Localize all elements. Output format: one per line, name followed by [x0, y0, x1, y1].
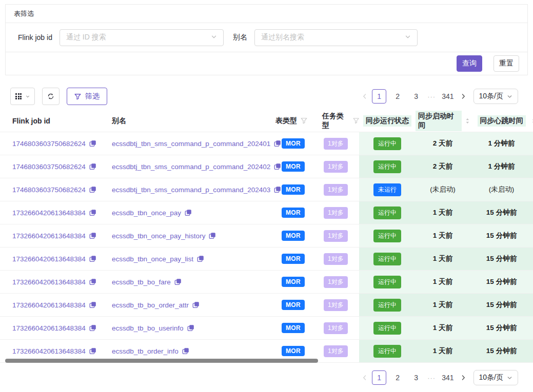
page-button-3[interactable]: 3 — [409, 89, 423, 104]
alias-link[interactable]: ecssdb_tbn_once_pay_history — [112, 232, 205, 240]
job-id-link[interactable]: 1746803603750682624 — [12, 140, 86, 148]
page-size-select[interactable]: 10条/页 — [473, 89, 518, 104]
job-id-link[interactable]: 1746803603750682624 — [12, 186, 86, 194]
task-type-badge: 1对多 — [324, 253, 348, 265]
copy-icon[interactable] — [89, 255, 96, 262]
chevron-right-icon — [460, 93, 466, 99]
toolbar-left: 筛选 — [10, 88, 107, 105]
page-button-last[interactable]: 341 — [440, 89, 456, 104]
sync-heartbeat-time: (未启动) — [470, 178, 533, 201]
next-page-button[interactable] — [460, 375, 466, 381]
table-row: 1732660420613648384 ecssdb_tbn_once_pay_… — [0, 247, 533, 271]
job-id-link[interactable]: 1732660420613648384 — [12, 278, 86, 286]
alias-select[interactable]: 通过别名搜索 — [254, 29, 418, 46]
job-id-link[interactable]: 1732660420613648384 — [12, 347, 86, 355]
copy-icon[interactable] — [89, 324, 96, 332]
flink-job-id-placeholder: 通过 ID 搜索 — [66, 33, 106, 42]
copy-icon[interactable] — [197, 255, 204, 262]
scrollbar-thumb[interactable] — [5, 359, 318, 363]
sync-heartbeat-time: 15 分钟前 — [470, 201, 533, 224]
copy-icon[interactable] — [89, 301, 96, 308]
col-header-sync-start-time[interactable]: 同步启动时间 — [416, 110, 470, 132]
job-id-link[interactable]: 1732660420613648384 — [12, 324, 86, 332]
alias-link[interactable]: ecssdb_tb_order_info — [112, 347, 179, 355]
copy-icon[interactable] — [209, 232, 216, 239]
page-button-3[interactable]: 3 — [409, 370, 423, 385]
copy-icon[interactable] — [187, 324, 194, 332]
sorter-icon[interactable] — [465, 117, 470, 125]
alias-link[interactable]: ecssdb_tb_bo_fare — [112, 278, 171, 286]
job-id-link[interactable]: 1732660420613648384 — [12, 232, 86, 240]
copy-icon[interactable] — [182, 347, 189, 355]
copy-icon[interactable] — [192, 301, 200, 308]
alias-link[interactable]: ecssdb_tb_bo_order_attr — [112, 301, 189, 309]
filter-panel-title: 表筛选 — [6, 5, 527, 23]
flink-job-id-select[interactable]: 通过 ID 搜索 — [60, 29, 224, 46]
table-type-badge: MOR — [282, 138, 305, 149]
copy-icon[interactable] — [185, 209, 192, 216]
refresh-button[interactable] — [42, 88, 60, 105]
prev-page-button[interactable] — [362, 93, 368, 99]
table-row: 1746803603750682624 ecssdbtj_tbn_sms_com… — [0, 155, 533, 178]
alias-field: 别名 通过别名搜索 — [233, 29, 418, 46]
table-filter-panel: 表筛选 Flink job id 通过 ID 搜索 别名 通过别名搜索 查询 重… — [5, 4, 528, 75]
page-size-select[interactable]: 10条/页 — [473, 370, 518, 385]
query-button[interactable]: 查询 — [457, 55, 482, 72]
page-ellipsis[interactable]: ··· — [427, 374, 436, 382]
job-id-link[interactable]: 1732660420613648384 — [12, 209, 86, 217]
col-header-task-type-label: 任务类型 — [322, 112, 349, 130]
copy-icon[interactable] — [89, 209, 96, 216]
job-id-link[interactable]: 1746803603750682624 — [12, 163, 86, 171]
task-type-badge: 1对多 — [324, 322, 348, 334]
alias-placeholder: 通过别名搜索 — [261, 33, 304, 42]
sync-start-time: (未启动) — [416, 178, 470, 201]
status-badge: 运行中 — [373, 160, 401, 173]
copy-icon[interactable] — [174, 278, 182, 285]
task-type-badge: 1对多 — [324, 276, 348, 288]
col-header-sync-start-time-label: 同步启动时间 — [416, 111, 462, 131]
funnel-icon — [74, 93, 81, 100]
alias-link[interactable]: ecssdb_tbn_once_pay — [112, 209, 181, 217]
alias-link[interactable]: ecssdbtj_tbn_sms_command_p_command_20240… — [112, 186, 270, 194]
sync-heartbeat-time: 1 分钟前 — [470, 132, 533, 155]
sync-start-time: 1 天前 — [416, 224, 470, 247]
next-page-button[interactable] — [460, 93, 466, 99]
alias-link[interactable]: ecssdb_tbn_once_pay_list — [112, 255, 193, 263]
task-type-badge: 1对多 — [324, 184, 348, 196]
page-button-2[interactable]: 2 — [390, 370, 405, 385]
filter-funnel-icon[interactable] — [301, 117, 307, 124]
page-size-value: 10条/页 — [479, 92, 503, 101]
copy-icon[interactable] — [89, 278, 96, 285]
col-header-table-type-label: 表类型 — [275, 116, 297, 126]
prev-page-button[interactable] — [362, 375, 368, 381]
table-row: 1732660420613648384 ecssdb_tbn_once_pay … — [0, 201, 533, 224]
page-ellipsis[interactable]: ··· — [427, 93, 436, 100]
alias-link[interactable]: ecssdbtj_tbn_sms_command_p_command_20240… — [112, 140, 270, 148]
filter-funnel-icon[interactable] — [353, 117, 359, 124]
reset-button[interactable]: 重置 — [493, 55, 519, 72]
page-button-2[interactable]: 2 — [390, 89, 405, 104]
job-id-link[interactable]: 1732660420613648384 — [12, 301, 86, 309]
copy-icon[interactable] — [89, 186, 96, 193]
chevron-left-icon — [362, 93, 368, 99]
filter-toggle-button[interactable]: 筛选 — [67, 88, 107, 105]
status-badge: 未运行 — [373, 183, 401, 196]
status-badge: 运行中 — [373, 276, 401, 288]
page-button-1[interactable]: 1 — [372, 89, 386, 104]
copy-icon[interactable] — [89, 140, 96, 147]
chevron-down-icon — [507, 375, 512, 381]
copy-icon[interactable] — [89, 232, 96, 239]
table-row: 1732660420613648384 ecssdb_tbn_once_pay_… — [0, 224, 533, 247]
sync-tables-table: Flink job id 别名 表类型 任务类型 同步运行状态 同步启动时间 同… — [0, 110, 533, 363]
col-header-sync-heartbeat-time[interactable]: 同步心跳时间 — [470, 110, 533, 132]
column-settings-button[interactable] — [10, 88, 35, 105]
page-button-last[interactable]: 341 — [440, 370, 456, 385]
alias-label: 别名 — [233, 33, 247, 42]
copy-icon[interactable] — [89, 347, 96, 355]
alias-link[interactable]: ecssdbtj_tbn_sms_command_p_command_20240… — [112, 163, 270, 171]
table-type-badge: MOR — [282, 208, 305, 218]
page-button-1[interactable]: 1 — [372, 370, 386, 385]
copy-icon[interactable] — [89, 163, 96, 170]
job-id-link[interactable]: 1732660420613648384 — [12, 255, 86, 263]
alias-link[interactable]: ecssdb_tb_bo_userinfo — [112, 324, 184, 332]
